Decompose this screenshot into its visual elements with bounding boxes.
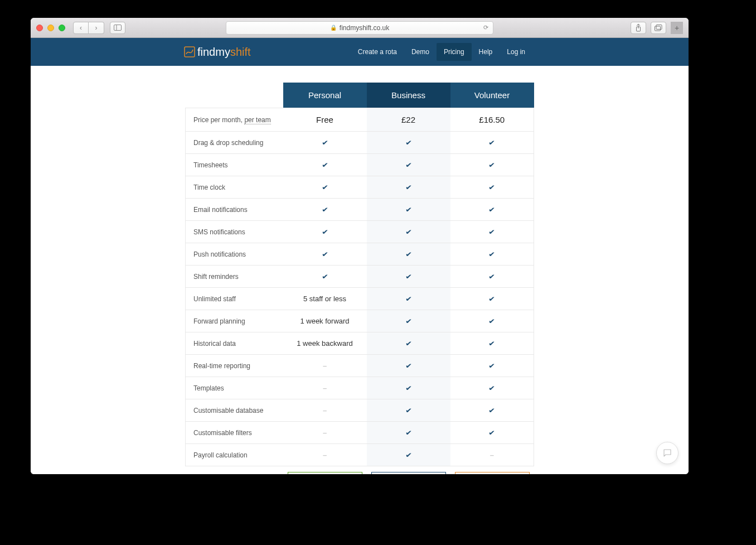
cell: ✔: [450, 422, 534, 444]
svg-rect-3: [655, 26, 661, 31]
check-icon: ✔: [405, 184, 412, 191]
cell: ✔: [450, 243, 534, 266]
cell: ✔: [367, 355, 450, 377]
cell: £16.50: [450, 108, 534, 132]
check-icon: ✔: [405, 273, 412, 281]
window-controls: [36, 25, 65, 31]
check-icon: ✔: [405, 295, 412, 303]
table-row: Payroll calculation–✔–: [186, 444, 534, 466]
plan-header-personal: Personal: [283, 83, 367, 108]
minimize-window-button[interactable]: [47, 25, 54, 31]
plan-header-business: Business: [367, 83, 450, 108]
check-icon: ✔: [405, 206, 412, 214]
check-icon: ✔: [488, 317, 495, 325]
check-icon: ✔: [488, 384, 495, 392]
reload-icon[interactable]: ⟳: [483, 24, 488, 31]
dash-icon: –: [323, 428, 327, 437]
row-label: Payroll calculation: [186, 444, 283, 466]
row-label: Templates: [186, 377, 283, 399]
cta-row: GET STARTED GET STARTED GET STARTED: [186, 466, 534, 475]
row-label: SMS notifications: [186, 221, 283, 243]
cell: ✔: [450, 132, 534, 154]
table-row: Templates–✔✔: [186, 377, 534, 399]
cell: ✔: [450, 355, 534, 377]
nav-pricing[interactable]: Pricing: [437, 43, 472, 61]
browser-titlebar: ‹ › 🔒 findmyshift.co.uk ⟳ +: [31, 18, 689, 38]
check-icon: ✔: [405, 161, 412, 169]
cell: –: [283, 422, 367, 444]
dash-icon: –: [323, 361, 327, 370]
tabs-icon: [655, 25, 662, 31]
dash-icon: –: [323, 406, 327, 414]
check-icon: ✔: [405, 340, 412, 348]
chevron-right-icon: ›: [95, 24, 98, 32]
logo[interactable]: findmyshift: [184, 46, 251, 59]
cell: 5 staff or less: [283, 288, 367, 310]
page-content: findmyshift Create a rota Demo Pricing H…: [31, 38, 689, 474]
get-started-personal[interactable]: GET STARTED: [288, 472, 362, 474]
cell: ✔: [367, 221, 450, 243]
share-button[interactable]: [631, 22, 646, 34]
tabs-button[interactable]: [651, 22, 666, 34]
address-bar[interactable]: 🔒 findmyshift.co.uk ⟳: [226, 21, 493, 35]
cell: ✔: [367, 266, 450, 288]
check-icon: ✔: [488, 161, 495, 169]
get-started-business[interactable]: GET STARTED: [371, 472, 446, 474]
dash-icon: –: [323, 384, 327, 392]
logo-text: findmyshift: [197, 46, 251, 59]
plan-header-volunteer: Volunteer: [450, 83, 534, 108]
nav-demo[interactable]: Demo: [404, 43, 437, 61]
row-label: Price per month, per team: [186, 108, 283, 132]
row-label: Real-time reporting: [186, 355, 283, 377]
cell: –: [283, 399, 367, 422]
nav-buttons: ‹ ›: [73, 22, 104, 34]
check-icon: ✔: [405, 139, 412, 147]
row-label: Push notifications: [186, 243, 283, 266]
check-icon: ✔: [488, 273, 495, 281]
cell: £22: [367, 108, 450, 132]
table-row: Real-time reporting–✔✔: [186, 355, 534, 377]
cell: ✔: [367, 332, 450, 355]
cell: ✔: [450, 266, 534, 288]
cell: ✔: [450, 399, 534, 422]
site-navbar: findmyshift Create a rota Demo Pricing H…: [31, 38, 689, 66]
check-icon: ✔: [322, 250, 328, 258]
cell: ✔: [450, 154, 534, 176]
cell: ✔: [450, 221, 534, 243]
check-icon: ✔: [322, 161, 328, 169]
sidebar-toggle-button[interactable]: [110, 22, 125, 34]
forward-button[interactable]: ›: [89, 22, 104, 34]
close-window-button[interactable]: [36, 25, 43, 31]
nav-create-rota[interactable]: Create a rota: [351, 43, 404, 61]
back-button[interactable]: ‹: [73, 22, 89, 34]
nav-help[interactable]: Help: [472, 43, 500, 61]
cell: ✔: [367, 399, 450, 422]
cell: ✔: [450, 310, 534, 332]
row-label: Historical data: [186, 332, 283, 355]
logo-icon: [184, 46, 195, 57]
cell: 1 week forward: [283, 310, 367, 332]
nav-login[interactable]: Log in: [500, 43, 532, 61]
sidebar-icon: [114, 25, 122, 31]
get-started-volunteer[interactable]: GET STARTED: [455, 472, 530, 474]
cell: ✔: [450, 377, 534, 399]
check-icon: ✔: [488, 407, 495, 414]
chat-widget-button[interactable]: [656, 442, 679, 464]
cell: ✔: [367, 154, 450, 176]
cell: ✔: [367, 288, 450, 310]
check-icon: ✔: [488, 206, 495, 214]
cell: ✔: [283, 132, 367, 154]
share-icon: [635, 24, 642, 32]
table-row: Price per month, per team Free £22 £16.5…: [186, 108, 534, 132]
new-tab-button[interactable]: +: [671, 22, 683, 34]
cell: ✔: [367, 444, 450, 466]
cell: –: [450, 444, 534, 466]
row-label: Customisable filters: [186, 422, 283, 444]
zoom-window-button[interactable]: [59, 25, 65, 31]
svg-rect-5: [185, 47, 195, 57]
lock-icon: 🔒: [330, 25, 337, 31]
table-row: Push notifications✔✔✔: [186, 243, 534, 266]
cell: ✔: [283, 221, 367, 243]
cell: –: [283, 377, 367, 399]
table-row: SMS notifications✔✔✔: [186, 221, 534, 243]
